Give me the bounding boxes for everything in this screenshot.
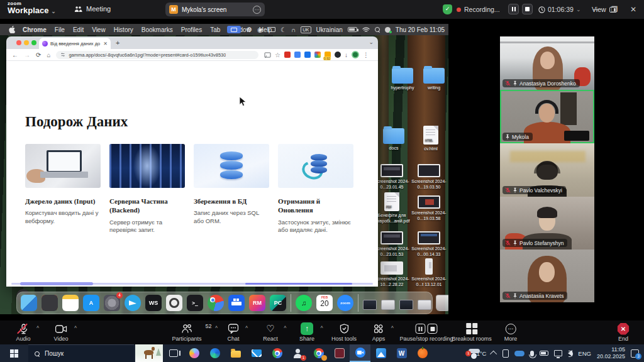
widgets-weather-image[interactable] — [135, 344, 163, 362]
screen-mirroring-icon[interactable] — [227, 26, 241, 33]
tray-battery-icon[interactable] — [540, 351, 548, 356]
dock-minimized-window[interactable] — [418, 300, 431, 310]
onedrive-icon[interactable] — [514, 351, 525, 356]
pumpkin-icon[interactable] — [412, 344, 433, 362]
close-button[interactable]: ✕ — [625, 0, 642, 19]
people-icon[interactable]: 1 — [287, 344, 308, 362]
dock-rubymine-icon[interactable]: RM — [249, 295, 265, 311]
menu-profiles[interactable]: Profiles — [181, 26, 202, 33]
extension-icon-red[interactable] — [284, 52, 291, 58]
mail-icon[interactable] — [246, 344, 267, 362]
extension-icon-amber[interactable]: 0.92 — [325, 52, 331, 58]
video-button[interactable]: Video ˄ — [54, 323, 69, 342]
clock-date[interactable]: 11:05 20.02.2025 — [597, 346, 625, 361]
record-icon[interactable]: ◉ — [257, 26, 263, 33]
menu-view[interactable]: View — [92, 26, 106, 33]
dock-zoom-icon[interactable]: zoom — [337, 295, 353, 311]
reload-button[interactable]: ⟳ — [36, 52, 41, 58]
more-button[interactable]: ⋯ More — [504, 323, 518, 342]
desktop-screenshot-7[interactable]: Screenshot 2024-0...t 13.12.01 — [411, 258, 447, 287]
participant-tile-mykola[interactable]: Mykola — [500, 90, 594, 143]
menu-bookmarks[interactable]: Bookmarks — [142, 26, 173, 33]
dock-docker-icon[interactable] — [228, 295, 245, 311]
dock-launchpad-icon[interactable] — [42, 295, 58, 311]
chrome-menu-icon[interactable]: ⋮ — [363, 52, 369, 58]
desktop-screenshot-3[interactable]: Screenshot 2024-0...19.03.58 — [411, 195, 447, 221]
share-options-icon[interactable]: ⋯ — [253, 6, 261, 14]
taskbar-search-input[interactable]: Пошук — [28, 344, 134, 362]
keyboard-layout-icon[interactable]: UK — [301, 26, 311, 33]
mac-minimize-button[interactable] — [24, 40, 29, 45]
dock-minimized-window[interactable] — [381, 300, 395, 310]
dock-appstore-icon[interactable]: A — [83, 295, 99, 311]
notification-center-icon[interactable]: 3 — [631, 349, 639, 358]
task-view-button[interactable] — [163, 344, 184, 362]
share-chevron-icon[interactable]: ˄ — [320, 324, 323, 330]
menu-file[interactable]: File — [55, 26, 65, 33]
photos-icon[interactable] — [370, 344, 391, 362]
mac-close-button[interactable] — [16, 40, 21, 45]
breakout-rooms-button[interactable]: Breakout rooms — [452, 323, 492, 342]
desktop-pdf-benefits[interactable]: PDF Бенефіти для співробі...аній.pdf — [374, 192, 410, 224]
slide-progress-bar[interactable] — [11, 283, 373, 285]
desktop-screenshot-4[interactable]: Screenshot 2024-0...23.01.53 — [374, 231, 410, 257]
file-explorer-icon[interactable] — [225, 344, 246, 362]
dock-finder-icon[interactable] — [21, 295, 37, 311]
dock-minimized-window[interactable] — [363, 300, 377, 310]
share-button[interactable]: ↑ Share ˄ — [299, 323, 314, 342]
phone-link-icon[interactable] — [502, 349, 509, 358]
forward-button[interactable]: → — [24, 52, 30, 58]
pause-stop-recording-button[interactable]: Pause/stop recording — [399, 323, 453, 342]
react-chevron-icon[interactable]: ˄ — [284, 324, 287, 330]
network-icon[interactable] — [554, 350, 562, 356]
profile-avatar[interactable] — [352, 51, 359, 58]
spotlight-search-icon[interactable] — [375, 27, 380, 32]
audio-button[interactable]: Audio ˄ — [16, 323, 30, 342]
volume-icon[interactable] — [568, 350, 572, 356]
chat-button[interactable]: Chat ˄ — [227, 323, 239, 342]
participants-button[interactable]: 52 Participants ˄ — [172, 323, 201, 342]
participant-tile-pavlo-stefanyshyn[interactable]: Pavlo Stefanyshyn — [500, 197, 594, 250]
chat-chevron-icon[interactable]: ˄ — [245, 324, 248, 330]
edge-icon[interactable] — [204, 344, 225, 362]
dock-trash-icon[interactable] — [436, 295, 448, 311]
tab-close-icon[interactable]: ✕ — [103, 41, 108, 47]
mac-zoom-button[interactable] — [31, 40, 36, 45]
desktop-screenshot-1[interactable]: Screenshot 2024-0...23.01.45 — [374, 164, 410, 190]
desktop-screenshot-5[interactable]: Screenshot 2024-0...00.14.33 — [411, 231, 447, 257]
react-button[interactable]: ♡ React ˄ — [263, 323, 278, 342]
dock-chrome-icon[interactable] — [208, 295, 224, 311]
participant-tile-pavlo-valchevskyi[interactable]: Pavlo Valchevskyi — [500, 143, 594, 197]
menu-edit[interactable]: Edit — [73, 26, 84, 33]
desktop-screenshot-2[interactable]: Screenshot 2024-0...19.03.50 — [411, 164, 447, 190]
dock-calendar-icon[interactable]: FEB20 — [316, 295, 333, 311]
gear-icon[interactable]: ⚙ — [246, 26, 252, 34]
site-info-icon[interactable] — [60, 52, 65, 57]
participants-chevron-icon[interactable]: ˄ — [215, 324, 218, 330]
menu-tab[interactable]: Tab — [210, 26, 220, 33]
dock-terminal-icon[interactable]: >_ — [187, 295, 203, 311]
wifi-icon[interactable] — [362, 27, 370, 33]
moon-icon[interactable]: ☾ — [280, 26, 286, 33]
maximize-button[interactable]: ❐ — [606, 0, 623, 19]
battery-icon[interactable] — [348, 27, 357, 32]
menu-chrome[interactable]: Chrome — [23, 26, 47, 33]
menu-history[interactable]: History — [114, 26, 133, 33]
brand-chevron-down-icon[interactable]: ⌄ — [51, 8, 56, 14]
app-icon-maroon[interactable] — [329, 344, 350, 362]
dock-telegram-icon[interactable] — [125, 295, 141, 311]
zoom-taskbar-icon[interactable] — [350, 344, 370, 362]
dock-webstorm-icon[interactable]: WS — [145, 295, 162, 311]
address-bar[interactable]: gamma.app/docs/-8qvqfuc6a6n1pgl?mode=pre… — [56, 51, 258, 59]
browser-tab[interactable]: Від введення даних до кор... ✕ — [39, 38, 111, 49]
extension-icon-color[interactable] — [314, 52, 321, 58]
copilot-icon[interactable] — [184, 344, 204, 362]
apps-chevron-icon[interactable]: ˄ — [391, 324, 394, 330]
video-chevron-icon[interactable]: ˄ — [74, 324, 77, 330]
tab-search-chevron-icon[interactable]: ⌄ — [369, 39, 374, 45]
keyboard-language-label[interactable]: Ukrainian — [316, 26, 343, 33]
menubar-clock[interactable]: Thu 20 Feb 11:05 — [396, 26, 445, 33]
extension-icon-dark[interactable] — [335, 52, 341, 58]
dock-minimized-window[interactable] — [399, 300, 413, 310]
dock-spotify-icon[interactable]: ♫ — [296, 295, 312, 311]
